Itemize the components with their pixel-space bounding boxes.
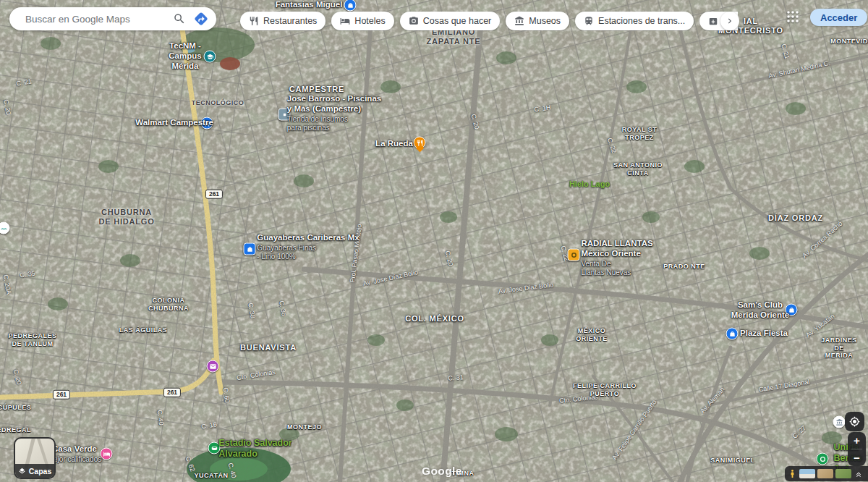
map-area-label: LAS ÁGUILAS [119, 326, 168, 334]
satellite-thumbnail[interactable] [835, 469, 851, 478]
poi-label[interactable]: Estadio Salvador Alvarado [218, 438, 292, 460]
street-label: C. 27 [791, 424, 808, 440]
poi-label[interactable]: RADIAL LLANTAS México OrienteVenta De Ll… [581, 239, 652, 277]
search-input[interactable] [24, 13, 169, 25]
street-label: Av. Shutan Medina C. [768, 59, 831, 80]
map-area-label: MONTEJO [287, 423, 322, 431]
street-label: C. 20A [2, 274, 13, 295]
chip-museos[interactable]: Museos [506, 12, 569, 30]
map-area-label: TECNOLÓGICO [192, 99, 244, 107]
directions-icon[interactable] [193, 11, 209, 27]
tire-icon[interactable] [568, 249, 580, 261]
shopping-cart-icon[interactable] [201, 117, 213, 130]
park-dot-icon[interactable] [817, 453, 829, 465]
street-label: C. 1H [534, 103, 551, 113]
poi-label[interactable]: Guayaberas Cariberas MxGuayaberas Finas … [257, 233, 359, 261]
chip-estaciones-de-trans[interactable]: Estaciones de trans... [575, 12, 694, 30]
street-label: C. 40 [156, 410, 166, 426]
street-label: C. 20 [469, 113, 480, 130]
highway-shield: 261 [205, 190, 223, 199]
street-labels-layer: C. 21C. 20C. 1HC. 20C. 22Av. Shutan Medi… [0, 0, 868, 482]
chips-row: RestaurantesHotelesCosas que hacerMuseos… [240, 11, 738, 31]
zoom-out-button[interactable]: − [848, 449, 866, 466]
street-label: Av. Felipe Carrillo Puerto [610, 398, 658, 461]
envelope-icon[interactable] [207, 360, 219, 373]
bed-icon[interactable] [101, 448, 113, 460]
poi-label[interactable]: Walmart Campestre [135, 118, 213, 128]
shopping-bag-icon[interactable] [244, 243, 256, 255]
google-watermark: Google [422, 465, 462, 478]
map-area-label: CAMPESTRE [289, 85, 344, 94]
map-area-label: CÚPULES [0, 404, 31, 412]
street-label: C. 36 [278, 300, 288, 317]
chevron-right-icon [725, 15, 735, 27]
street-label: Prol. Paseo Montejo [349, 224, 363, 283]
poi-label[interactable]: José Barroso - Piscinas y Más (Campestre… [287, 94, 381, 132]
chip-label: Museos [529, 16, 561, 26]
layers-control[interactable]: Capas [14, 437, 56, 479]
map-area-label: YUCATÁN [195, 472, 229, 480]
poi-label[interactable]: La Rueda [375, 139, 413, 149]
poi-layer: Fantasias MiguelTecNM - Campus MéridaWal… [0, 0, 868, 482]
map-area-label: CHUBURNA DE HIDALGO [98, 208, 154, 227]
shopping-bag-icon[interactable] [726, 328, 739, 340]
street-label: Av. Jose Díaz Bolio [362, 269, 419, 287]
map-area-label: FELIPE CARRILLO PUERTO [573, 382, 637, 397]
street-label: C. 20 [444, 250, 455, 266]
zoom-control: + − [848, 432, 866, 466]
shopping-bag-icon[interactable] [786, 304, 798, 316]
zoom-in-button[interactable]: + [848, 432, 866, 449]
map-area-label: PEDREGALES DE TANLUM [8, 332, 56, 347]
street-label: C. 38 [247, 303, 257, 319]
chevron-double-up-icon[interactable] [854, 469, 864, 479]
chip-cosas-que-hacer[interactable]: Cosas que hacer [400, 12, 501, 30]
poi-label[interactable]: Fantasias Miguel [276, 0, 343, 10]
poi-label[interactable]: Sam's Club Merida Oriente [731, 300, 790, 321]
street-label: Av. Jose Diaz Bolio [498, 281, 553, 295]
map-area-label: MÉXICO ORIENTE [576, 327, 608, 342]
search-bar[interactable] [9, 7, 216, 30]
street-label: C. 40 [226, 462, 237, 478]
street-label: C. 22 [606, 137, 618, 154]
layers-label: Capas [29, 467, 52, 475]
street-label: C. 21 [780, 43, 791, 59]
street-label: C. 16 [201, 420, 218, 431]
street-label: Av. Aleman [699, 386, 726, 415]
my-location-button[interactable] [845, 412, 864, 431]
poi-label[interactable]: TecNM - Campus Mérida [169, 41, 201, 71]
map-area-label: PRADO NTE [663, 263, 705, 271]
chip-label: Estaciones de trans... [598, 16, 685, 26]
area-labels-layer: EMILIANO ZAPATA NTETECNOLÓGICOCAMPESTREC… [0, 0, 868, 482]
fork-knife-icon[interactable] [414, 137, 426, 149]
sign-in-button[interactable]: Acceder [810, 9, 867, 26]
street-label: Calle 17 Diagonal [758, 379, 810, 394]
street-label: Cto. Colonias [559, 393, 599, 405]
pegman-icon[interactable] [788, 468, 797, 479]
ad-dot-icon[interactable] [278, 109, 291, 121]
google-apps-grid-icon[interactable] [786, 9, 800, 24]
shopping-bag-icon[interactable] [344, 0, 357, 12]
chip-hoteles[interactable]: Hoteles [331, 12, 393, 30]
highway-shield: 261 [53, 390, 70, 399]
map-area-label: MONTEVIDEO [830, 38, 868, 46]
street-label: Cto. Colonias [237, 368, 276, 381]
stadium-icon[interactable] [208, 442, 221, 454]
chips-scroll-right-button[interactable] [720, 12, 739, 30]
street-label: Av. Correa Rachó [801, 220, 843, 260]
street-label: C. 22 [559, 245, 570, 261]
graduation-cap-icon[interactable] [204, 51, 216, 63]
map-area-label: DÍAZ ORDAZ [768, 213, 823, 223]
map-area-label: ROYAL ST TROPEZ [622, 126, 658, 141]
building-icon[interactable] [833, 416, 846, 428]
streetview-thumbnail[interactable] [799, 469, 815, 478]
map-canvas[interactable]: C. 21C. 20C. 1HC. 20C. 22Av. Shutan Medi… [0, 0, 868, 482]
street-label: C. 35 [20, 270, 36, 279]
chip-restaurantes[interactable]: Restaurantes [240, 12, 326, 30]
poi-label[interactable]: Plaza Fiesta [740, 329, 788, 339]
terrain-thumbnail[interactable] [817, 469, 833, 478]
wave-icon[interactable] [0, 222, 10, 234]
street-label: C. 62 [184, 455, 197, 473]
search-icon[interactable] [173, 12, 186, 25]
street-label: C. 21 [16, 77, 33, 88]
layers-bar: Capas [15, 464, 54, 478]
